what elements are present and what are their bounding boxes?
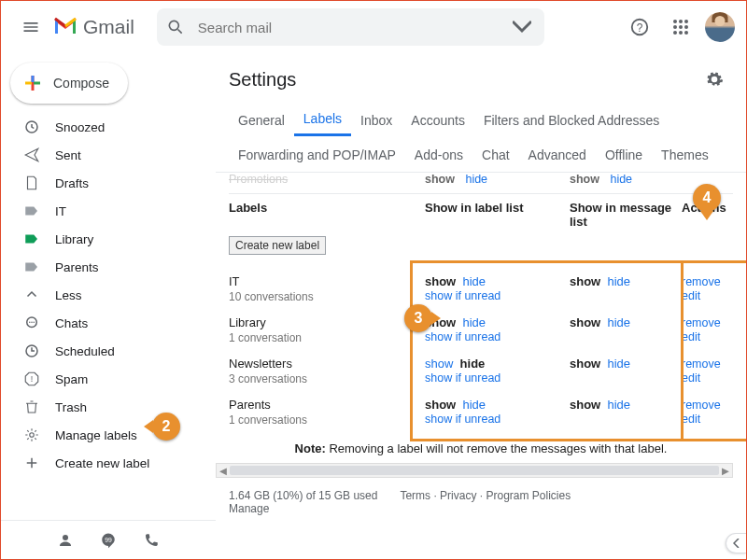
sidebar-item-label: Scheduled — [55, 344, 115, 358]
scrollbar-thumb[interactable] — [230, 466, 719, 475]
account-avatar[interactable] — [705, 12, 735, 42]
edit-link[interactable]: edit — [682, 371, 700, 385]
promo-hide2[interactable]: hide — [610, 173, 632, 186]
sidebar-item-manage-labels[interactable]: Manage labels — [1, 421, 216, 449]
settings-gear-button[interactable] — [698, 63, 731, 96]
edit-link[interactable]: edit — [682, 413, 700, 426]
page-title: Settings — [229, 69, 296, 91]
hide-link[interactable]: hide — [462, 315, 486, 329]
tab-advanced[interactable]: Advanced — [519, 142, 596, 170]
tab-forwarding-and-pop-imap[interactable]: Forwarding and POP/IMAP — [229, 142, 405, 170]
show-if-unread-link[interactable]: show if unread — [425, 289, 500, 302]
sidebar-item-snoozed[interactable]: Snoozed — [1, 113, 216, 141]
edit-link[interactable]: edit — [682, 289, 700, 302]
tab-chat[interactable]: Chat — [472, 142, 519, 170]
sidebar-item-label: IT — [55, 204, 66, 218]
hide-link[interactable]: hide — [460, 357, 486, 371]
remove-link[interactable]: remove — [682, 275, 721, 288]
footer-link-privacy[interactable]: Privacy — [440, 489, 476, 502]
contacts-icon[interactable] — [57, 532, 74, 549]
snooze-icon — [23, 119, 40, 135]
svg-point-28 — [63, 535, 68, 540]
search-input[interactable] — [185, 20, 509, 35]
svg-point-2 — [169, 21, 178, 30]
promo-show[interactable]: show — [425, 173, 455, 186]
chats-icon — [23, 315, 40, 331]
msg-hide-link[interactable]: hide — [607, 315, 630, 329]
tab-labels[interactable]: Labels — [294, 105, 351, 136]
search-bar[interactable] — [157, 8, 544, 46]
show-link[interactable]: show — [425, 357, 453, 371]
svg-text:99: 99 — [105, 536, 112, 542]
sidebar-item-scheduled[interactable]: Scheduled — [1, 337, 216, 365]
tab-themes[interactable]: Themes — [652, 142, 718, 170]
msg-show-link[interactable]: show — [570, 398, 600, 412]
msg-show-link[interactable]: show — [570, 274, 600, 288]
show-link[interactable]: show — [425, 398, 456, 412]
promo-hide[interactable]: hide — [465, 173, 487, 186]
sidebar-item-spam[interactable]: !Spam — [1, 365, 216, 393]
sidebar-item-create-new-label[interactable]: Create new label — [1, 449, 216, 477]
sidebar-item-library[interactable]: Library — [1, 225, 216, 253]
hangouts-icon[interactable]: 99 — [100, 532, 117, 549]
footer-link-program-policies[interactable]: Program Policies — [486, 489, 571, 502]
plus-icon — [23, 455, 40, 471]
show-if-unread-link[interactable]: show if unread — [425, 413, 500, 426]
footer-link-terms[interactable]: Terms — [400, 489, 430, 502]
svg-point-14 — [684, 31, 688, 35]
remove-link[interactable]: remove — [682, 357, 721, 371]
promo-show2[interactable]: show — [570, 173, 599, 186]
msg-show-link[interactable]: show — [570, 315, 600, 329]
sidebar-item-it[interactable]: IT — [1, 197, 216, 225]
svg-point-27 — [30, 433, 35, 438]
menu-button[interactable] — [12, 8, 49, 46]
tab-filters-and-blocked-addresses[interactable]: Filters and Blocked Addresses — [474, 107, 669, 135]
sidebar-item-label: Drafts — [55, 176, 89, 190]
edit-link[interactable]: edit — [682, 330, 700, 343]
side-panel-toggle[interactable] — [726, 533, 746, 553]
scroll-left-icon[interactable]: ◄ — [217, 464, 230, 477]
sidebar-item-trash[interactable]: Trash — [1, 393, 216, 421]
show-if-unread-link[interactable]: show if unread — [425, 330, 500, 343]
sidebar-item-drafts[interactable]: Drafts — [1, 169, 216, 197]
hide-link[interactable]: hide — [462, 274, 486, 288]
tab-offline[interactable]: Offline — [596, 142, 652, 170]
tab-add-ons[interactable]: Add-ons — [405, 142, 472, 170]
sidebar-item-parents[interactable]: Parents — [1, 253, 216, 281]
sidebar: Compose SnoozedSentDraftsITLibraryParent… — [1, 53, 216, 559]
msg-hide-link[interactable]: hide — [607, 398, 630, 412]
apps-button[interactable] — [664, 10, 698, 44]
sidebar-item-sent[interactable]: Sent — [1, 141, 216, 169]
hide-link[interactable]: hide — [462, 398, 486, 412]
sidebar-item-label: Library — [55, 232, 93, 246]
row-promotions: Promotions show hide show hide — [229, 173, 733, 189]
create-new-label-button[interactable]: Create new label — [229, 236, 326, 255]
horizontal-scrollbar[interactable]: ◄ ► — [216, 463, 733, 478]
show-if-unread-link[interactable]: show if unread — [425, 371, 500, 385]
content: Settings GeneralLabelsInboxAccountsFilte… — [216, 53, 746, 559]
msg-show-link[interactable]: show — [570, 357, 600, 371]
tab-accounts[interactable]: Accounts — [402, 107, 474, 135]
sidebar-item-chats[interactable]: Chats — [1, 309, 216, 337]
logo[interactable]: Gmail — [53, 16, 134, 38]
remove-link[interactable]: remove — [682, 399, 721, 412]
compose-button[interactable]: Compose — [10, 63, 128, 104]
tab-general[interactable]: General — [229, 107, 294, 135]
help-button[interactable]: ? — [623, 10, 656, 44]
manage-storage-link[interactable]: Manage — [229, 502, 269, 515]
sidebar-bottom-toolbar: 99 — [1, 520, 216, 559]
scroll-right-icon[interactable]: ► — [719, 464, 732, 477]
gear-icon — [23, 427, 40, 443]
sidebar-item-label: Less — [55, 288, 82, 302]
label-count: 1 conversations — [229, 413, 425, 427]
msg-hide-link[interactable]: hide — [607, 357, 630, 371]
label-name: IT — [229, 274, 425, 288]
compose-plus-icon — [21, 72, 44, 94]
remove-link[interactable]: remove — [682, 316, 721, 329]
tab-inbox[interactable]: Inbox — [351, 107, 402, 135]
search-options-button[interactable] — [509, 14, 535, 40]
msg-hide-link[interactable]: hide — [607, 274, 630, 288]
show-link[interactable]: show — [425, 274, 456, 288]
phone-icon[interactable] — [143, 532, 160, 549]
sidebar-item-less[interactable]: Less — [1, 281, 216, 309]
